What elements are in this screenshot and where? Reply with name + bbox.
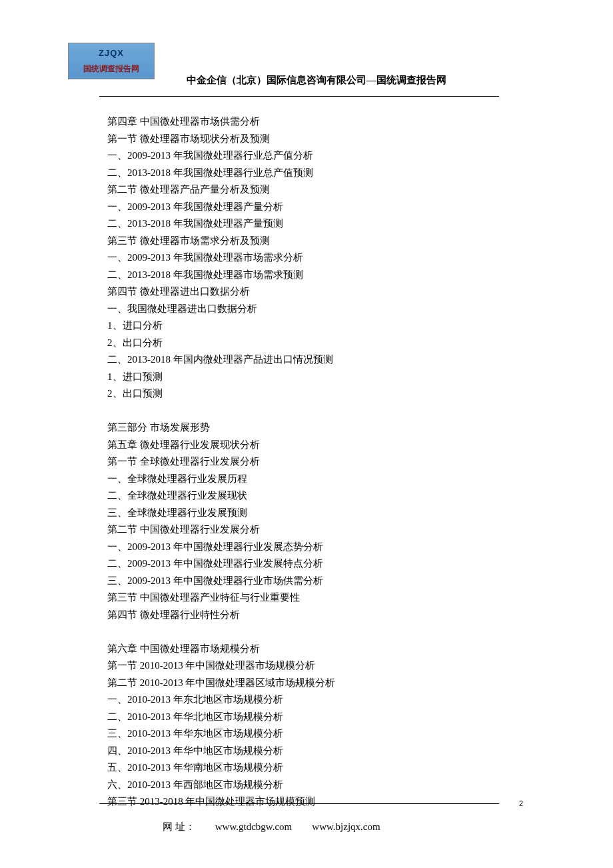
- footer-label: 网 址：: [163, 821, 195, 832]
- toc-line: 第一节 2010-2013 年中国微处理器市场规模分析: [107, 657, 500, 675]
- toc-line: 2、出口分析: [107, 335, 500, 352]
- toc-line: 一、2010-2013 年东北地区市场规模分析: [107, 691, 500, 709]
- toc-line: 三、全球微处理器行业发展预测: [107, 505, 500, 522]
- footer-url-2: www.bjzjqx.com: [312, 821, 380, 832]
- toc-line: 二、全球微处理器行业发展现状: [107, 487, 500, 505]
- toc-line: 第四节 微处理器进出口数据分析: [107, 283, 500, 301]
- toc-line: 二、2013-2018 年国内微处理器产品进出口情况预测: [107, 351, 500, 369]
- page-header-title: 中金企信（北京）国际信息咨询有限公司—国统调查报告网: [187, 72, 446, 89]
- page-number: 2: [519, 797, 523, 810]
- toc-line: 二、2010-2013 年华北地区市场规模分析: [107, 709, 500, 726]
- toc-line: 第五章 微处理器行业发展现状分析: [107, 437, 500, 454]
- toc-line: 第四章 中国微处理器市场供需分析: [107, 113, 500, 131]
- toc-line: 二、2009-2013 年中国微处理器行业发展特点分析: [107, 555, 500, 573]
- toc-line: 一、2009-2013 年我国微处理器行业总产值分析: [107, 147, 500, 165]
- toc-line: 第三部分 市场发展形势: [107, 419, 500, 437]
- toc-line: 四、2010-2013 年华中地区市场规模分析: [107, 743, 500, 760]
- toc-line: 第二节 中国微处理器行业发展分析: [107, 521, 500, 539]
- toc-line: 第三节 微处理器市场需求分析及预测: [107, 233, 500, 250]
- toc-line: 1、进口分析: [107, 317, 500, 335]
- toc-line: 二、2013-2018 年我国微处理器行业总产值预测: [107, 165, 500, 182]
- toc-line: 一、我国微处理器进出口数据分析: [107, 301, 500, 318]
- toc-line: 第一节 全球微处理器行业发展分析: [107, 453, 500, 471]
- toc-line: 一、全球微处理器行业发展历程: [107, 471, 500, 488]
- toc-line: 第四节 微处理器行业特性分析: [107, 607, 500, 624]
- toc-line: 第三节 中国微处理器产业特征与行业重要性: [107, 589, 500, 607]
- toc-line: 2、出口预测: [107, 385, 500, 403]
- toc-line: 一、2009-2013 年我国微处理器市场需求分析: [107, 249, 500, 267]
- blank-line: [107, 403, 500, 420]
- toc-line: 第二节 微处理器产品产量分析及预测: [107, 181, 500, 199]
- company-logo: ZJQX 国统调查报告网: [68, 43, 155, 79]
- toc-line: 二、2013-2018 年我国微处理器市场需求预测: [107, 267, 500, 284]
- toc-line: 一、2009-2013 年中国微处理器行业发展态势分析: [107, 539, 500, 556]
- toc-line: 第六章 中国微处理器市场规模分析: [107, 641, 500, 658]
- footer-url-1: www.gtdcbgw.com: [215, 821, 293, 832]
- logo-text-top: ZJQX: [99, 46, 124, 61]
- toc-line: 六、2010-2013 年西部地区市场规模分析: [107, 777, 500, 794]
- toc-line: 五、2010-2013 年华南地区市场规模分析: [107, 759, 500, 777]
- toc-line: 第三节 2013-2018 年中国微处理器市场规模预测: [107, 793, 500, 811]
- header-separator: [99, 96, 499, 97]
- blank-line: [107, 623, 500, 641]
- footer-separator: [99, 803, 499, 804]
- toc-line: 三、2009-2013 年中国微处理器行业市场供需分析: [107, 573, 500, 590]
- toc-line: 1、进口预测: [107, 369, 500, 386]
- toc-line: 第二节 2010-2013 年中国微处理器区域市场规模分析: [107, 675, 500, 692]
- toc-line: 一、2009-2013 年我国微处理器产量分析: [107, 199, 500, 216]
- document-content: 第四章 中国微处理器市场供需分析第一节 微处理器市场现状分析及预测一、2009-…: [107, 113, 500, 811]
- page-footer: 网 址：www.gtdcbgw.comwww.bjzjqx.com: [163, 819, 400, 836]
- toc-line: 二、2013-2018 年我国微处理器产量预测: [107, 215, 500, 233]
- toc-line: 三、2010-2013 年华东地区市场规模分析: [107, 725, 500, 743]
- logo-text-bottom: 国统调查报告网: [83, 62, 139, 75]
- toc-line: 第一节 微处理器市场现状分析及预测: [107, 131, 500, 148]
